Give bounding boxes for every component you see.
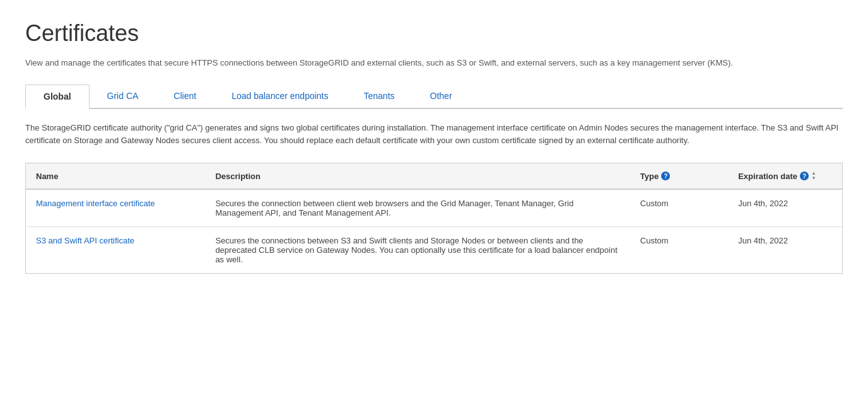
row1-name-cell: Management interface certificate	[26, 189, 206, 227]
row1-expiration-cell: Jun 4th, 2022	[728, 189, 842, 227]
tab-tenants[interactable]: Tenants	[346, 85, 413, 108]
tab-client[interactable]: Client	[156, 85, 214, 108]
content-description: The StorageGRID certificate authority ("…	[25, 122, 843, 148]
table-row: Management interface certificate Secures…	[26, 189, 843, 227]
page-title: Certificates	[25, 20, 843, 47]
row1-type-cell: Custom	[630, 189, 728, 227]
row2-expiration-cell: Jun 4th, 2022	[728, 227, 842, 274]
tab-global[interactable]: Global	[25, 85, 90, 109]
tab-grid-ca[interactable]: Grid CA	[90, 85, 156, 108]
col-header-type: Type ?	[630, 163, 728, 190]
expiration-sort-icon[interactable]	[811, 171, 816, 181]
row2-type-cell: Custom	[630, 227, 728, 274]
tab-bar: Global Grid CA Client Load balancer endp…	[25, 85, 843, 109]
table-header-row: Name Description Type ? Expiration date …	[26, 163, 843, 190]
col-header-description: Description	[205, 163, 630, 190]
management-interface-cert-link[interactable]: Management interface certificate	[36, 199, 155, 208]
col-header-expiration: Expiration date ?	[728, 163, 842, 190]
row2-description-cell: Secures the connections between S3 and S…	[205, 227, 630, 274]
row2-name-cell: S3 and Swift API certificate	[26, 227, 206, 274]
tab-other[interactable]: Other	[413, 85, 470, 108]
table-row: S3 and Swift API certificate Secures the…	[26, 227, 843, 274]
page-subtitle: View and manage the certificates that se…	[25, 57, 843, 69]
col-header-name: Name	[26, 163, 206, 190]
type-help-icon[interactable]: ?	[661, 172, 670, 180]
expiration-help-icon[interactable]: ?	[800, 172, 809, 180]
row1-description-cell: Secures the connection between client we…	[205, 189, 630, 227]
certificates-table: Name Description Type ? Expiration date …	[25, 163, 843, 274]
s3-swift-api-cert-link[interactable]: S3 and Swift API certificate	[36, 236, 134, 245]
tab-load-balancer[interactable]: Load balancer endpoints	[214, 85, 346, 108]
